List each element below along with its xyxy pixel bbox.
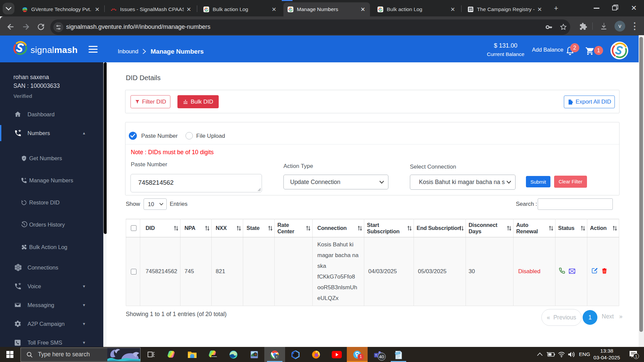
svg-text:M365: M365 — [212, 356, 217, 358]
svg-text:T: T — [375, 354, 377, 357]
